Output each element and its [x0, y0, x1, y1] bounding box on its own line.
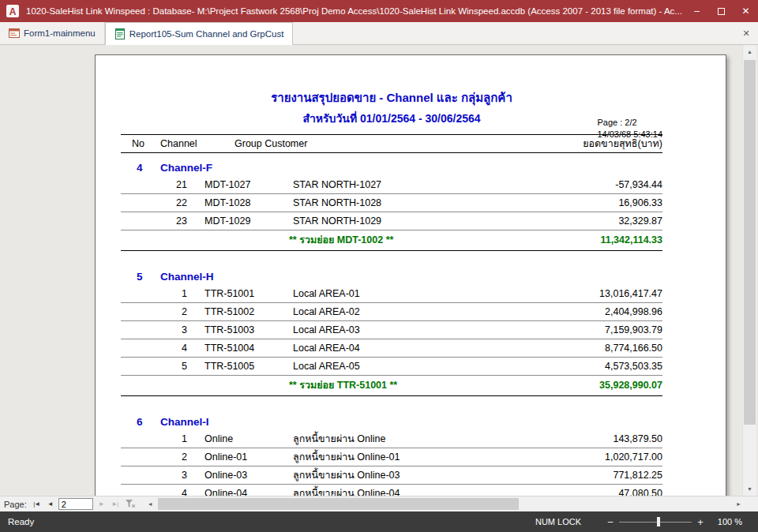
horizontal-scrollbar[interactable]: ◄ ►	[144, 497, 745, 511]
numlock-indicator: NUM LOCK	[535, 517, 581, 526]
subtotal-label: ** รวมย่อย MDT-1002 **	[289, 230, 393, 250]
object-close-icon[interactable]: ✕	[734, 28, 758, 39]
group-number: 4	[137, 159, 143, 176]
subtotal-amount: 35,928,990.07	[599, 376, 662, 395]
row-no: 2	[121, 448, 187, 466]
scroll-left-icon[interactable]: ◄	[144, 497, 157, 511]
row-group-customer: STAR NORTH-1029	[293, 212, 381, 230]
record-navigation-bar: Page: |◄ ◄ ► ►| ◄ ►	[0, 496, 758, 511]
row-no: 23	[121, 212, 187, 230]
next-page-button-icon[interactable]: ►	[95, 500, 108, 508]
first-page-button-icon[interactable]: |◄	[30, 500, 43, 508]
row-group-customer: ลูกหนี้ขายผ่าน Online-03	[293, 466, 400, 484]
row-amount: 16,906.33	[618, 194, 662, 212]
table-row: 3Online-03ลูกหนี้ขายผ่าน Online-03771,81…	[121, 466, 662, 485]
close-button-icon[interactable]: ✕	[734, 0, 758, 22]
current-page-input[interactable]	[58, 498, 93, 510]
subtotal-row: ** รวมย่อย MDT-1002 **11,342,114.33	[121, 230, 662, 251]
scroll-down-icon[interactable]: ▼	[743, 482, 756, 496]
zoom-slider-thumb[interactable]	[657, 517, 660, 526]
zoom-in-icon[interactable]: +	[693, 516, 707, 528]
access-window: A 1020-SaleHist Link Winspeed : Database…	[0, 0, 758, 532]
zoom-slider[interactable]	[619, 511, 692, 532]
report-icon	[114, 28, 126, 39]
row-no: 3	[121, 466, 187, 484]
row-no: 1	[121, 285, 187, 302]
vertical-scrollbar[interactable]: ▲ ▼	[742, 45, 756, 496]
group-name: Channel-H	[160, 268, 214, 285]
column-header-group-customer: Group Customer	[235, 135, 307, 153]
row-group-customer: Local AREA-04	[293, 339, 360, 357]
tab-report105-sum-channel[interactable]: Report105-Sum Channel and GrpCust	[105, 22, 294, 45]
row-no: 21	[121, 176, 187, 193]
row-amount: 1,020,717.00	[605, 448, 662, 466]
group-header-row: 6Channel-I	[121, 414, 662, 430]
zoom-out-icon[interactable]: −	[603, 516, 617, 528]
row-amount: 8,774,166.50	[605, 339, 662, 357]
row-no: 4	[121, 485, 187, 496]
table-row: 3TTR-51003Local AREA-037,159,903.79	[121, 321, 662, 339]
group-header-row: 4Channel-F	[121, 159, 662, 176]
row-amount: 7,159,903.79	[605, 321, 662, 339]
row-channel: TTR-51001	[205, 285, 254, 302]
tab-label: Form1-mainmenu	[24, 28, 96, 38]
row-group-customer: Local AREA-05	[293, 358, 360, 375]
table-row: 4Online-04ลูกหนี้ขายผ่าน Online-0447,080…	[121, 485, 662, 496]
tab-label: Report105-Sum Channel and GrpCust	[129, 29, 284, 39]
row-no: 5	[121, 358, 187, 375]
row-no: 3	[121, 321, 187, 339]
report-page: Page : 2/2 14/03/68 5:43:14 รายงานสรุปยอ…	[95, 54, 726, 496]
zoom-slider-track	[619, 522, 692, 523]
last-page-button-icon[interactable]: ►|	[108, 500, 122, 508]
table-row: 4TTR-51004Local AREA-048,774,166.50	[121, 339, 662, 358]
row-channel: MDT-1028	[205, 194, 250, 212]
row-amount: 47,080.50	[618, 485, 662, 496]
horizontal-scrollbar-thumb[interactable]	[158, 498, 519, 510]
scroll-right-icon[interactable]: ►	[732, 497, 745, 511]
scroll-up-icon[interactable]: ▲	[743, 45, 756, 58]
table-row: 5TTR-51005Local AREA-054,573,503.35	[121, 358, 662, 376]
report-group: 5Channel-H1TTR-51001Local AREA-0113,016,…	[121, 268, 662, 396]
table-row: 1Onlineลูกหนี้ขายผ่าน Online143,879.50	[121, 430, 662, 448]
print-preview-area: Page : 2/2 14/03/68 5:43:14 รายงานสรุปยอ…	[0, 45, 758, 496]
title-bar: A 1020-SaleHist Link Winspeed : Database…	[0, 0, 758, 22]
report-group: 4Channel-F21MDT-1027STAR NORTH-1027-57,9…	[121, 159, 662, 251]
group-number: 6	[137, 414, 143, 430]
column-header-amount: ยอดขายสุทธิ(บาท)	[583, 135, 662, 153]
tab-form1-mainmenu[interactable]: Form1-mainmenu	[0, 22, 105, 44]
access-app-icon: A	[6, 4, 20, 18]
subtotal-amount: 11,342,114.33	[600, 230, 662, 250]
row-amount: 143,879.50	[613, 430, 662, 448]
row-amount: 771,812.25	[613, 466, 662, 484]
previous-page-button-icon[interactable]: ◄	[43, 500, 57, 508]
row-channel: TTR-51002	[205, 303, 254, 320]
page-number-label: Page : 2/2	[597, 117, 662, 129]
status-ready-text: Ready	[0, 517, 34, 526]
row-channel: MDT-1027	[205, 176, 250, 193]
maximize-button-icon[interactable]	[709, 0, 734, 22]
no-filter-icon[interactable]	[122, 499, 139, 509]
window-title: 1020-SaleHist Link Winspeed : Database- …	[26, 6, 685, 16]
row-no: 2	[121, 303, 187, 320]
table-header-row: No Channel Group Customer ยอดขายสุทธิ(บา…	[121, 134, 662, 153]
column-header-no: No	[132, 135, 144, 153]
row-channel: TTR-51005	[205, 358, 254, 375]
row-no: 4	[121, 339, 187, 357]
vertical-scrollbar-thumb[interactable]	[744, 60, 756, 425]
table-row: 2Online-01ลูกหนี้ขายผ่าน Online-011,020,…	[121, 448, 662, 466]
row-group-customer: ลูกหนี้ขายผ่าน Online	[293, 430, 385, 448]
minimize-button-icon[interactable]: –	[685, 0, 709, 22]
row-group-customer: Local AREA-01	[293, 285, 360, 302]
object-tab-bar: Form1-mainmenu Report105-Sum Channel and…	[0, 22, 758, 45]
report-group: 6Channel-I1Onlineลูกหนี้ขายผ่าน Online14…	[121, 414, 662, 496]
row-no: 1	[121, 430, 187, 448]
row-group-customer: Local AREA-02	[293, 303, 360, 320]
row-channel: Online-04	[205, 485, 247, 496]
status-right-group: NUM LOCK − + 100 %	[535, 511, 758, 532]
svg-text:A: A	[9, 6, 17, 17]
row-group-customer: ลูกหนี้ขายผ่าน Online-04	[293, 485, 400, 496]
row-amount: 32,329.87	[618, 212, 662, 230]
group-name: Channel-I	[160, 414, 209, 430]
report-content: Page : 2/2 14/03/68 5:43:14 รายงานสรุปยอ…	[121, 88, 662, 496]
zoom-level-text[interactable]: 100 %	[717, 517, 758, 526]
